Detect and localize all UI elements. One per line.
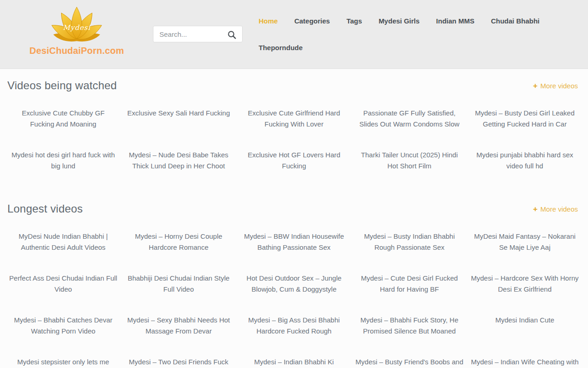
video-title-link[interactable]: Mydesi stepsister only lets me touch her…: [9, 356, 117, 368]
more-videos-label: More videos: [540, 82, 578, 90]
video-title-link[interactable]: Mydesi – Hardcore Sex With Horny Desi Ex…: [471, 273, 579, 295]
video-title-link[interactable]: Mydesi – Bhabhi Catches Devar Watching P…: [9, 315, 117, 337]
nav-item-chudai-bhabhi[interactable]: Chudai Bhabhi: [483, 8, 548, 34]
video-title-link[interactable]: Exclusive Cute Girlfriend Hard Fucking W…: [240, 108, 348, 130]
video-item: Mydesi – Bhabhi Fuck Story, He Promised …: [352, 315, 467, 356]
video-title-link[interactable]: Mydesi – Sexy Bhabhi Needs Hot Massage F…: [124, 315, 232, 337]
video-section: Videos being watched + More videos Exclu…: [6, 75, 582, 191]
video-title-link[interactable]: Mydesi – Busty Indian Bhabhi Rough Passi…: [356, 231, 464, 253]
video-item: Mydesi – Hardcore Sex With Horny Desi Ex…: [467, 273, 582, 315]
video-title-link[interactable]: Exclusive Cute Chubby GF Fucking And Moa…: [9, 108, 117, 130]
video-item: Mydesi – Sexy Bhabhi Needs Hot Massage F…: [121, 315, 236, 356]
video-item: Mydesi – Horny Desi Couple Hardcore Roma…: [121, 231, 236, 273]
video-item: Exclusive Hot GF Lovers Hard Fucking: [236, 150, 351, 191]
video-item: Mydesi – Cute Desi Girl Fucked Hard for …: [352, 273, 467, 315]
video-item: Mydesi – Big Ass Desi Bhabhi Hardcore Fu…: [236, 315, 351, 356]
video-item: Mydesi punjabi bhabhi hard sex video ful…: [467, 150, 582, 191]
nav-item-tags[interactable]: Tags: [338, 8, 370, 34]
video-title-link[interactable]: Passionate GF Fully Satisfied, Slides Ou…: [356, 108, 464, 130]
video-title-link[interactable]: Mydesi – Indian Wife Cheating with Neigh…: [471, 356, 579, 368]
nav-item-mydesi-girls[interactable]: Mydesi Girls: [370, 8, 428, 34]
more-videos-label: More videos: [540, 205, 578, 213]
video-section: Longest videos + More videos MyDesi Nude…: [6, 199, 582, 368]
section-header: Videos being watched + More videos: [7, 75, 581, 96]
search-input[interactable]: [153, 30, 225, 38]
video-title-link[interactable]: Mydesi – BBW Indian Housewife Bathing Pa…: [240, 231, 348, 253]
video-title-link[interactable]: Mydesi – Busty Friend's Boobs and Pussy …: [356, 356, 464, 368]
video-item: Mydesi – Bhabhi Catches Devar Watching P…: [6, 315, 121, 356]
video-item: Exclusive Cute Girlfriend Hard Fucking W…: [236, 108, 351, 150]
video-title-link[interactable]: Mydesi hot desi girl hard fuck with big …: [9, 150, 117, 172]
video-item: Mydesi – Busty Indian Bhabhi Rough Passi…: [352, 231, 467, 273]
video-title-link[interactable]: Mydesi – Bhabhi Fuck Story, He Promised …: [356, 315, 464, 337]
site-name: DesiChudaiPorn.com: [25, 46, 128, 56]
section-title: Longest videos: [7, 202, 83, 215]
lotus-logo-icon: Mydesi: [50, 5, 103, 45]
video-title-link[interactable]: Mydesi Indian Cute: [495, 315, 554, 326]
video-title-link[interactable]: Perfect Ass Desi Chudai Indian Full Vide…: [9, 273, 117, 295]
video-item: Mydesi hot desi girl hard fuck with big …: [6, 150, 121, 191]
plus-icon: +: [533, 82, 537, 90]
video-title-link[interactable]: Tharki Tailer Uncut (2025) Hindi Hot Sho…: [356, 150, 464, 172]
nav-item-categories[interactable]: Categories: [286, 8, 339, 34]
lotus-logo-text: Mydesi: [63, 23, 90, 32]
nav-item-indian-mms[interactable]: Indian MMS: [428, 8, 482, 34]
video-item: MyDesi Maid Fantasy – Nokarani Se Maje L…: [467, 231, 582, 273]
video-item: Mydesi – Busty Desi Girl Leaked Getting …: [467, 108, 582, 150]
video-title-link[interactable]: Exclusive Hot GF Lovers Hard Fucking: [240, 150, 348, 172]
video-item: Hot Desi Outdoor Sex – Jungle Blowjob, C…: [236, 273, 351, 315]
video-item: Passionate GF Fully Satisfied, Slides Ou…: [352, 108, 467, 150]
video-item: MyDesi Nude Indian Bhabhi | Authentic De…: [6, 231, 121, 273]
video-item: Bhabhiji Desi Chudai Indian Style Full V…: [121, 273, 236, 315]
section-title: Videos being watched: [7, 79, 117, 92]
video-item: Mydesi stepsister only lets me touch her…: [6, 356, 121, 368]
plus-icon: +: [533, 205, 537, 213]
video-title-link[interactable]: Hot Desi Outdoor Sex – Jungle Blowjob, C…: [240, 273, 348, 295]
video-item: Mydesi – Indian Wife Cheating with Neigh…: [467, 356, 582, 368]
nav-item-home[interactable]: Home: [250, 8, 286, 34]
more-videos-link[interactable]: + More videos: [533, 205, 581, 213]
video-item: Mydesi – Busty Friend's Boobs and Pussy …: [352, 356, 467, 368]
section-header: Longest videos + More videos: [7, 199, 581, 219]
video-title-link[interactable]: Mydesi punjabi bhabhi hard sex video ful…: [471, 150, 579, 172]
video-item: Tharki Tailer Uncut (2025) Hindi Hot Sho…: [352, 150, 467, 191]
video-grid: MyDesi Nude Indian Bhabhi | Authentic De…: [6, 231, 582, 368]
video-title-link[interactable]: Mydesi – Two Desi Friends Fuck Horny Maj…: [124, 356, 232, 368]
video-item: Mydesi Indian Cute: [467, 315, 582, 356]
video-item: Mydesi – Indian Bhabhi Ki Zabardast Chud…: [236, 356, 351, 368]
video-title-link[interactable]: Mydesi – Busty Desi Girl Leaked Getting …: [471, 108, 579, 130]
main-nav: HomeCategoriesTagsMydesi GirlsIndian MMS…: [250, 8, 572, 61]
main-content: Videos being watched + More videos Exclu…: [0, 69, 588, 368]
video-item: Mydesi – Nude Desi Babe Takes Thick Lund…: [121, 150, 236, 191]
video-item: Exclusive Cute Chubby GF Fucking And Moa…: [6, 108, 121, 150]
video-item: Exclusive Sexy Sali Hard Fucking: [121, 108, 236, 150]
more-videos-link[interactable]: + More videos: [533, 82, 581, 90]
video-title-link[interactable]: MyDesi Maid Fantasy – Nokarani Se Maje L…: [471, 231, 579, 253]
video-item: Mydesi – Two Desi Friends Fuck Horny Maj…: [121, 356, 236, 368]
video-title-link[interactable]: Exclusive Sexy Sali Hard Fucking: [127, 108, 230, 119]
video-title-link[interactable]: Mydesi – Cute Desi Girl Fucked Hard for …: [356, 273, 464, 295]
video-title-link[interactable]: Mydesi – Indian Bhabhi Ki Zabardast Chud…: [240, 356, 348, 368]
video-title-link[interactable]: Mydesi – Horny Desi Couple Hardcore Roma…: [124, 231, 232, 253]
video-title-link[interactable]: MyDesi Nude Indian Bhabhi | Authentic De…: [9, 231, 117, 253]
video-item: Mydesi – BBW Indian Housewife Bathing Pa…: [236, 231, 351, 273]
site-logo[interactable]: Mydesi DesiChudaiPorn.com: [25, 5, 128, 56]
video-item: Perfect Ass Desi Chudai Indian Full Vide…: [6, 273, 121, 315]
nav-item-theporndude[interactable]: Theporndude: [250, 34, 311, 61]
search-button[interactable]: [225, 29, 242, 40]
search-box: [153, 26, 243, 42]
video-title-link[interactable]: Mydesi – Nude Desi Babe Takes Thick Lund…: [124, 150, 232, 172]
video-title-link[interactable]: Mydesi – Big Ass Desi Bhabhi Hardcore Fu…: [240, 315, 348, 337]
video-grid: Exclusive Cute Chubby GF Fucking And Moa…: [6, 108, 582, 191]
search-icon: [227, 30, 237, 40]
video-title-link[interactable]: Bhabhiji Desi Chudai Indian Style Full V…: [124, 273, 232, 295]
site-header: Mydesi DesiChudaiPorn.com HomeCategories…: [0, 0, 588, 69]
